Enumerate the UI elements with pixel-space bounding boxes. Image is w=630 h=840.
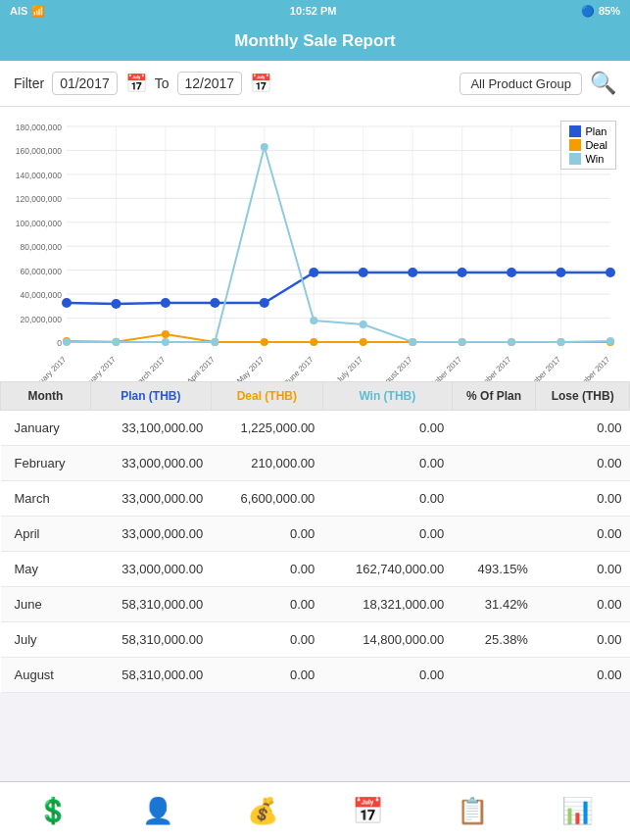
deal-legend-label: Deal <box>585 139 607 151</box>
status-bar: AIS 📶 10:52 PM 🔵 85% <box>0 0 630 22</box>
cell-pct <box>452 481 536 517</box>
cell-pct <box>452 517 536 552</box>
col-pct: % Of Plan <box>452 382 536 411</box>
deal-legend-dot <box>569 139 581 151</box>
carrier: AIS <box>10 5 27 17</box>
tab-bar: 💲 👤 💰 📅 📋 📊 <box>0 781 630 840</box>
table-row: August58,310,000.000.000.000.00 <box>1 658 630 693</box>
cell-deal: 1,225,000.00 <box>211 411 322 446</box>
chart-legend: Plan Deal Win <box>560 121 616 170</box>
svg-text:April 2017: April 2017 <box>185 355 217 381</box>
plan-legend-dot <box>569 125 581 137</box>
cell-plan: 33,100,000.00 <box>90 411 211 446</box>
cell-deal: 0.00 <box>211 658 322 693</box>
svg-text:180,000,000: 180,000,000 <box>16 123 63 132</box>
tab-person[interactable]: 👤 <box>105 796 210 826</box>
cell-deal: 0.00 <box>211 517 322 552</box>
sales-icon: 💲 <box>37 796 69 826</box>
col-lose: Lose (THB) <box>536 382 630 411</box>
cell-lose: 0.00 <box>536 587 630 622</box>
svg-point-57 <box>211 338 218 346</box>
tab-sales[interactable]: 💲 <box>0 796 105 826</box>
cell-deal: 0.00 <box>211 587 322 622</box>
svg-text:February 2017: February 2017 <box>75 355 119 381</box>
svg-text:0: 0 <box>57 338 62 348</box>
svg-text:80,000,000: 80,000,000 <box>20 242 62 252</box>
svg-text:October 2017: October 2017 <box>473 355 513 381</box>
svg-point-55 <box>112 338 120 346</box>
col-deal: Deal (THB) <box>211 382 322 411</box>
cell-plan: 33,000,000.00 <box>90 446 211 481</box>
status-time: 10:52 PM <box>290 5 337 17</box>
cell-month: June <box>1 587 91 622</box>
bluetooth-icon: 🔵 <box>581 5 595 18</box>
cell-lose: 0.00 <box>536 552 630 587</box>
cell-deal: 210,000.00 <box>211 446 322 481</box>
col-plan: Plan (THB) <box>90 382 211 411</box>
cell-pct <box>452 658 536 693</box>
cell-win: 0.00 <box>322 658 452 693</box>
svg-text:August 2017: August 2017 <box>376 355 414 381</box>
product-group-button[interactable]: All Product Group <box>460 73 582 95</box>
svg-text:120,000,000: 120,000,000 <box>16 194 63 204</box>
calendar-to-icon[interactable]: 📅 <box>250 73 271 94</box>
cell-deal: 0.00 <box>211 622 322 658</box>
money-icon: 💰 <box>247 796 278 826</box>
svg-text:January 2017: January 2017 <box>28 355 69 381</box>
svg-text:May 2017: May 2017 <box>235 355 267 381</box>
cell-pct: 25.38% <box>452 622 536 658</box>
cell-lose: 0.00 <box>536 517 630 552</box>
cell-deal: 0.00 <box>211 552 322 587</box>
cell-win: 162,740,000.00 <box>322 552 452 587</box>
page-title: Monthly Sale Report <box>234 31 395 51</box>
svg-point-58 <box>261 143 268 151</box>
cell-win: 0.00 <box>322 446 452 481</box>
cell-plan: 33,000,000.00 <box>90 481 211 517</box>
table-row: July58,310,000.000.0014,800,000.0025.38%… <box>1 622 630 658</box>
cell-win: 0.00 <box>322 481 452 517</box>
svg-point-65 <box>606 337 614 345</box>
win-legend-dot <box>569 153 581 165</box>
svg-point-46 <box>261 338 268 346</box>
tab-checklist[interactable]: 📋 <box>420 796 525 826</box>
data-table-scroll: Month Plan (THB) Deal (THB) Win (THB) % … <box>0 381 630 734</box>
svg-point-35 <box>309 268 318 277</box>
svg-text:40,000,000: 40,000,000 <box>20 290 62 300</box>
legend-win: Win <box>569 153 607 165</box>
col-win: Win (THB) <box>322 382 452 411</box>
cell-pct <box>452 411 536 446</box>
checklist-icon: 📋 <box>457 796 488 826</box>
table-header-row: Month Plan (THB) Deal (THB) Win (THB) % … <box>1 382 630 411</box>
cell-month: April <box>1 517 91 552</box>
table-row: February33,000,000.00210,000.000.000.00 <box>1 446 630 481</box>
tab-money[interactable]: 💰 <box>210 796 315 826</box>
cell-lose: 0.00 <box>536 446 630 481</box>
svg-point-41 <box>606 268 615 277</box>
to-label: To <box>155 75 170 91</box>
search-button[interactable]: 🔍 <box>590 71 616 96</box>
cell-win: 14,800,000.00 <box>322 622 452 658</box>
filter-row: Filter 01/2017 📅 To 12/2017 📅 All Produc… <box>0 61 630 107</box>
svg-point-59 <box>310 317 317 324</box>
svg-text:160,000,000: 160,000,000 <box>16 146 63 156</box>
tab-calendar[interactable]: 📅 <box>315 796 420 826</box>
svg-text:100,000,000: 100,000,000 <box>16 219 63 228</box>
table-row: June58,310,000.000.0018,321,000.0031.42%… <box>1 587 630 622</box>
table-row: April33,000,000.000.000.000.00 <box>1 517 630 552</box>
date-from[interactable]: 01/2017 <box>52 72 118 95</box>
calendar-from-icon[interactable]: 📅 <box>125 73 147 94</box>
date-to[interactable]: 12/2017 <box>177 72 243 95</box>
svg-point-54 <box>63 338 71 346</box>
svg-text:60,000,000: 60,000,000 <box>20 267 62 276</box>
cell-pct: 493.15% <box>452 552 536 587</box>
cell-plan: 58,310,000.00 <box>90 587 211 622</box>
cell-month: February <box>1 446 91 481</box>
tab-chart[interactable]: 📊 <box>525 796 630 826</box>
cell-month: July <box>1 622 91 658</box>
data-table: Month Plan (THB) Deal (THB) Win (THB) % … <box>0 381 630 693</box>
svg-point-56 <box>162 338 170 346</box>
status-right: 🔵 85% <box>581 5 620 18</box>
svg-point-64 <box>557 338 565 346</box>
filter-label: Filter <box>14 75 44 91</box>
svg-text:November 2017: November 2017 <box>516 355 562 381</box>
